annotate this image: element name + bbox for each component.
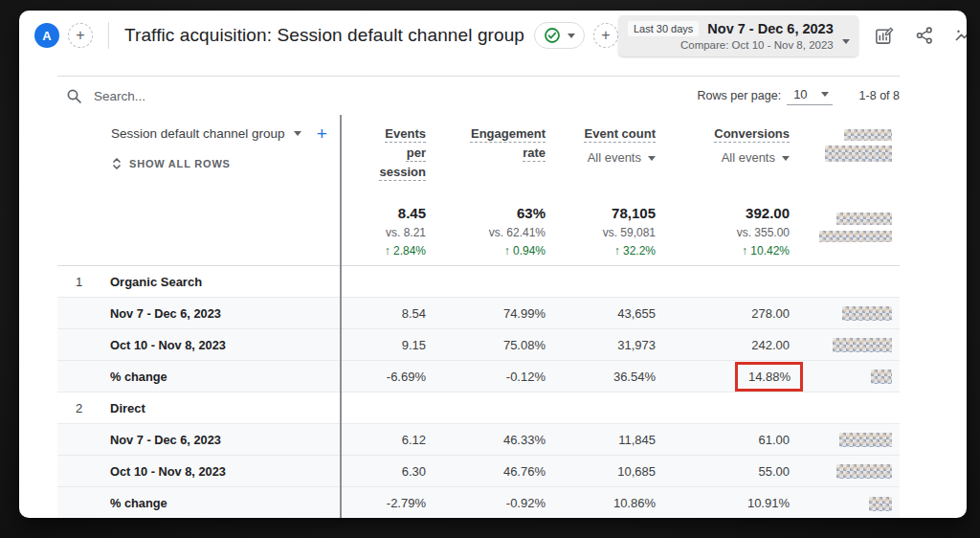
row-label: Nov 7 - Dec 6, 2023: [110, 433, 221, 447]
insights-icon[interactable]: [954, 25, 967, 46]
summary-vs: vs. 62.41%: [432, 226, 546, 239]
redacted-column-header: [795, 124, 900, 190]
date-range-picker[interactable]: Last 30 days Nov 7 - Dec 6, 2023 Compare…: [618, 15, 858, 56]
row-label: Oct 10 - Nov 8, 2023: [110, 338, 226, 352]
cell-value: -6.69%: [340, 370, 432, 384]
search-icon: [66, 88, 82, 104]
table-row: Oct 10 - Nov 8, 2023 6.30 46.76% 10,685 …: [57, 456, 900, 487]
redacted-value: [825, 146, 892, 162]
summary-value: 78,105: [551, 205, 656, 221]
row-index: 1: [57, 275, 110, 289]
page-title: Traffic acquisition: Session default cha…: [124, 25, 524, 46]
chevron-down-icon: [782, 156, 790, 161]
date-range-text: Nov 7 - Dec 6, 2023: [707, 21, 833, 36]
cell-value: 31,973: [551, 338, 661, 352]
column-divider: [340, 115, 342, 518]
table-row: Oct 10 - Nov 8, 2023 9.15 75.08% 31,973 …: [57, 329, 900, 361]
chevron-down-icon: [842, 39, 850, 44]
summary-change: ↑ 0.94%: [432, 244, 546, 258]
cell-value: 9.15: [340, 338, 432, 352]
row-label: Oct 10 - Nov 8, 2023: [110, 464, 226, 479]
redacted-value: [839, 433, 892, 447]
row-label: % change: [110, 496, 167, 510]
avatar[interactable]: A: [34, 23, 59, 48]
highlight-red-box: 14.88%: [735, 362, 803, 392]
cell-value: 10.91%: [661, 496, 795, 510]
chevron-down-icon: [294, 131, 301, 136]
cell-value: 55.00: [661, 464, 795, 479]
summary-change: ↑ 10.42%: [661, 244, 790, 258]
report-table: Rows per page: 10 1-8 of 8 Session defau…: [57, 76, 900, 518]
report-status-dropdown[interactable]: [534, 22, 585, 49]
cell-value: 6.30: [340, 464, 432, 479]
cell-value: 10,685: [551, 464, 661, 479]
filter-label: All events: [588, 148, 641, 168]
cell-value: -2.79%: [340, 496, 432, 510]
summary-value: 8.45: [340, 205, 426, 221]
header-divider: [108, 22, 109, 49]
channel-name: Organic Search: [110, 275, 202, 289]
table-row: % change -2.79% -0.92% 10.86% 10.91%: [57, 487, 900, 518]
cell-value: 10.86%: [551, 496, 661, 510]
dimension-header-label: Session default channel group: [111, 126, 285, 141]
summary-change: ↑ 2.84%: [340, 244, 426, 258]
date-preset-badge: Last 30 days: [628, 21, 699, 36]
cell-value: 74.99%: [432, 306, 551, 321]
summary-row: 8.45 vs. 8.21 ↑ 2.84% 63% vs. 62.41% ↑ 0…: [57, 190, 900, 266]
show-all-rows-label: SHOW ALL ROWS: [129, 158, 231, 169]
table-header-row: Session default channel group + SHOW ALL…: [57, 115, 900, 190]
share-icon[interactable]: [914, 25, 935, 46]
show-all-rows-button[interactable]: SHOW ALL ROWS: [111, 157, 340, 170]
rows-per-page-label: Rows per page:: [698, 89, 782, 102]
redacted-value: [833, 338, 892, 352]
column-header-conversions[interactable]: Conversions: [714, 124, 790, 144]
highlighted-cell: 14.88%: [661, 362, 795, 392]
summary-vs: vs. 355.00: [661, 226, 790, 239]
column-header-event-count[interactable]: Event count: [585, 124, 656, 144]
cell-value: 61.00: [661, 433, 795, 447]
row-label: Nov 7 - Dec 6, 2023: [110, 306, 221, 321]
cell-value: 46.76%: [432, 464, 551, 479]
chevron-down-icon: [648, 156, 656, 161]
rows-per-page-value: 10: [793, 87, 807, 101]
report-header: A + Traffic acquisition: Session default…: [19, 11, 967, 60]
redacted-value: [871, 370, 892, 384]
cell-value: 6.12: [340, 433, 432, 447]
add-report-button[interactable]: +: [593, 23, 618, 48]
redacted-value: [869, 497, 892, 511]
cell-value: 278.00: [661, 306, 795, 321]
redacted-value: [836, 464, 892, 479]
column-header-events-per-session[interactable]: Events per session: [372, 124, 426, 182]
dimension-header-dropdown[interactable]: Session default channel group +: [111, 124, 340, 143]
table-toolbar: Rows per page: 10 1-8 of 8: [57, 77, 900, 115]
add-dimension-button[interactable]: +: [317, 124, 327, 143]
conversions-filter-dropdown[interactable]: All events: [661, 148, 790, 168]
cell-value: 75.08%: [432, 338, 551, 352]
table-row: Nov 7 - Dec 6, 2023 6.12 46.33% 11,845 6…: [57, 424, 900, 456]
header-actions: [874, 25, 967, 46]
table-row: 1 Organic Search: [57, 266, 900, 298]
summary-vs: vs. 59,081: [551, 226, 656, 239]
table-row: % change -6.69% -0.12% 36.54% 14.88%: [57, 361, 900, 392]
redacted-value: [844, 129, 892, 141]
column-header-engagement-rate[interactable]: Engagement rate: [456, 124, 546, 163]
row-index: 2: [57, 401, 110, 415]
redacted-value: [842, 306, 892, 321]
row-label: % change: [110, 370, 167, 384]
customize-report-icon[interactable]: [874, 25, 895, 46]
date-compare-text: Compare: Oct 10 - Nov 8, 2023: [628, 39, 834, 51]
event-count-filter-dropdown[interactable]: All events: [551, 148, 656, 168]
rows-per-page-select[interactable]: 10: [787, 86, 832, 105]
summary-value: 392.00: [661, 205, 790, 221]
search-input[interactable]: [94, 89, 362, 103]
filter-label: All events: [722, 148, 775, 168]
chevron-down-icon: [568, 34, 575, 38]
summary-vs: vs. 8.21: [340, 226, 426, 239]
summary-value: 63%: [432, 205, 546, 221]
analytics-window: A + Traffic acquisition: Session default…: [19, 11, 967, 518]
cell-value: 8.54: [340, 306, 432, 321]
cell-value: 242.00: [661, 338, 795, 352]
add-tab-button[interactable]: +: [68, 23, 93, 48]
cell-value: 43,655: [551, 306, 661, 321]
table-row: 2 Direct: [57, 392, 900, 424]
